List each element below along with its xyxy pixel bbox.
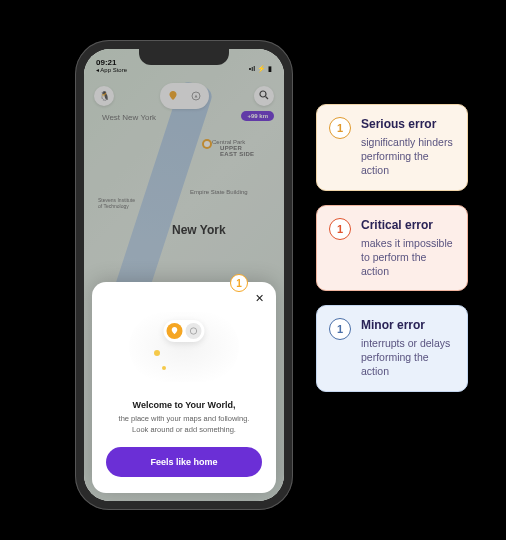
- legend-desc-minor: interrupts or delays performing the acti…: [361, 336, 455, 379]
- status-time: 09:21: [96, 59, 127, 67]
- legend-title-critical: Critical error: [361, 218, 455, 232]
- legend-title-minor: Minor error: [361, 318, 455, 332]
- legend-num-critical: 1: [329, 218, 351, 240]
- phone-frame: 09:21 ◂ App Store •ıl ⚡ ▮ 🐧: [75, 40, 293, 510]
- legend-desc-critical: makes it impossible to perform the actio…: [361, 236, 455, 279]
- legend-title-serious: Serious error: [361, 117, 455, 131]
- legend-num-minor: 1: [329, 318, 351, 340]
- legend-desc-serious: significantly hinders performing the act…: [361, 135, 455, 178]
- compass-icon: [186, 323, 202, 339]
- phone-screen: 09:21 ◂ App Store •ıl ⚡ ▮ 🐧: [84, 49, 284, 501]
- annotation-badge-1: 1: [230, 274, 248, 292]
- pin-icon: [167, 323, 183, 339]
- sheet-title: Welcome to Your World,: [106, 400, 262, 410]
- error-legend: 1 Serious error significantly hinders pe…: [316, 104, 468, 392]
- welcome-sheet: 1 ✕ Welcome to Your World, the place: [92, 282, 276, 493]
- legend-critical: 1 Critical error makes it impossible to …: [316, 205, 468, 292]
- illus-dot-icon: [154, 350, 160, 356]
- status-right-icons: •ıl ⚡ ▮: [249, 65, 272, 73]
- svg-point-3: [190, 328, 196, 334]
- legend-num-serious: 1: [329, 117, 351, 139]
- primary-button[interactable]: Feels like home: [106, 447, 262, 477]
- notch: [139, 49, 229, 65]
- illus-tab-pill: [164, 320, 205, 342]
- legend-serious: 1 Serious error significantly hinders pe…: [316, 104, 468, 191]
- sheet-illustration: [106, 302, 262, 392]
- legend-minor: 1 Minor error interrupts or delays perfo…: [316, 305, 468, 392]
- sheet-subtitle: the place with your maps and following. …: [106, 414, 262, 435]
- illus-dot-icon: [162, 366, 166, 370]
- status-back[interactable]: ◂ App Store: [96, 67, 127, 73]
